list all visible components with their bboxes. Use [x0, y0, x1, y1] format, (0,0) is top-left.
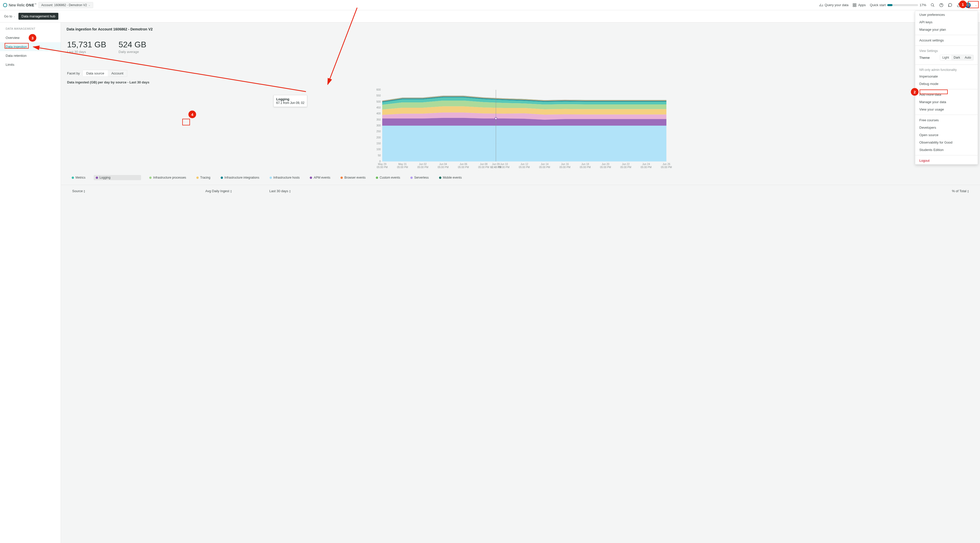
legend-label: Custom events [380, 176, 400, 179]
account-selector[interactable]: Account: 1606862 - Demotron V2 ⌄ [38, 2, 93, 8]
legend-item[interactable]: Mobile events [437, 175, 464, 180]
legend-item[interactable]: Tracing [194, 175, 213, 180]
legend-item[interactable]: Metrics [70, 175, 88, 180]
facet-label: Facet by [67, 71, 80, 75]
menu-free-courses[interactable]: Free courses [915, 116, 978, 124]
help-icon[interactable] [939, 3, 943, 8]
svg-text:05:00 PM: 05:00 PM [600, 166, 611, 168]
quickstart-link[interactable]: Quick start 17% [870, 3, 926, 7]
menu-api-keys[interactable]: API keys [915, 18, 978, 26]
legend-item[interactable]: Custom events [374, 175, 402, 180]
sidebar-title: DATA MANAGEMENT [0, 27, 60, 33]
menu-open-source[interactable]: Open source [915, 131, 978, 139]
apps-label: Apps [858, 3, 866, 7]
sidebar-item-data-retention[interactable]: Data retention [0, 51, 60, 60]
svg-rect-2 [853, 5, 854, 6]
sidebar-item-data-ingestion[interactable]: Data ingestion [0, 42, 60, 51]
menu-user-preferences[interactable]: User preferences [915, 11, 978, 18]
menu-developers[interactable]: Developers [915, 124, 978, 131]
svg-text:05:00 PM: 05:00 PM [438, 166, 449, 168]
top-bar: New Relic ONE™ Account: 1606862 - Demotr… [0, 0, 980, 10]
menu-manage-plan[interactable]: Manage your plan [915, 26, 978, 33]
legend-item[interactable]: Infrastructure hosts [267, 175, 302, 180]
feedback-icon[interactable] [948, 3, 952, 8]
svg-text:05:00 PM: 05:00 PM [641, 166, 652, 168]
theme-auto[interactable]: Auto [963, 55, 974, 60]
svg-text:05:00 PM: 05:00 PM [377, 166, 388, 168]
legend-item[interactable]: Browser events [339, 175, 368, 180]
menu-logout[interactable]: Logout [915, 157, 978, 164]
th-last-30[interactable]: Last 30 days▴▾ [269, 189, 326, 193]
svg-text:05:00 PM: 05:00 PM [620, 166, 631, 168]
page-title: Data ingestion for Account 1606862 - Dem… [61, 22, 980, 35]
svg-text:05:00 PM: 05:00 PM [417, 166, 428, 168]
chevron-down-icon: ⌄ [13, 15, 15, 17]
menu-view-usage[interactable]: View your usage [915, 106, 978, 113]
theme-dark[interactable]: Dark [951, 55, 963, 60]
svg-text:05:00 PM: 05:00 PM [539, 166, 550, 168]
svg-point-4 [931, 3, 934, 6]
svg-text:05:00 PM: 05:00 PM [397, 166, 408, 168]
facet-account[interactable]: Account [108, 70, 127, 76]
legend-item[interactable]: Serverless [408, 175, 431, 180]
sort-icon: ▴▾ [84, 189, 85, 193]
svg-text:Jun 02: Jun 02 [419, 163, 427, 165]
svg-text:Jun 10: Jun 10 [500, 163, 508, 165]
goto-dropdown[interactable]: Go to ⌄ [4, 14, 15, 18]
svg-text:0: 0 [379, 160, 381, 163]
th-pct-total[interactable]: % of Total▴▾ [952, 189, 969, 193]
legend-dot-icon [340, 176, 343, 179]
theme-light[interactable]: Light [940, 55, 951, 60]
svg-text:50: 50 [378, 154, 381, 157]
legend-item[interactable]: Infrastructure integrations [219, 175, 261, 180]
svg-text:Jun 22: Jun 22 [622, 163, 630, 165]
stat-avg-value: 524 GB [119, 40, 146, 49]
chart-title: Data ingested (GB) per day by source - L… [61, 80, 980, 87]
svg-rect-0 [853, 3, 854, 5]
menu-debug[interactable]: Debug mode [915, 80, 978, 87]
menu-students[interactable]: Students Edition [915, 146, 978, 154]
svg-text:02:43 PM: 02:43 PM [490, 166, 501, 168]
menu-add-data[interactable]: Add more data [915, 91, 978, 98]
svg-text:150: 150 [376, 142, 381, 145]
sidebar-item-limits[interactable]: Limits [0, 60, 60, 69]
chart-legend: MetricsLoggingInfrastructure processesTr… [61, 173, 980, 184]
legend-label: Infrastructure processes [153, 176, 186, 179]
user-avatar-button[interactable] [965, 2, 971, 8]
svg-text:350: 350 [376, 118, 381, 121]
facet-data-source[interactable]: Data source [83, 70, 108, 76]
menu-observability-good[interactable]: Observability for Good [915, 139, 978, 146]
apps-link[interactable]: Apps [853, 3, 866, 7]
stat-avg: 524 GB Daily average [119, 40, 146, 54]
legend-item[interactable]: Infrastructure processes [147, 175, 188, 180]
search-icon[interactable] [930, 3, 935, 8]
menu-account-settings[interactable]: Account settings [915, 37, 978, 44]
th-source[interactable]: Source▴▾ [72, 189, 205, 193]
menu-impersonate[interactable]: Impersonate [915, 73, 978, 80]
svg-text:450: 450 [376, 106, 381, 109]
svg-text:05:00 PM: 05:00 PM [458, 166, 469, 168]
sidebar-item-overview[interactable]: Overview [0, 33, 60, 42]
area-chart[interactable]: 050100150200250300350400450500550600May … [67, 87, 974, 172]
svg-text:Jun 09: Jun 09 [492, 163, 500, 165]
legend-item[interactable]: APM events [308, 175, 332, 180]
account-label: Account: 1606862 - Demotron V2 [41, 3, 87, 7]
svg-text:May 31: May 31 [398, 163, 407, 165]
svg-text:Jun 26: Jun 26 [663, 163, 670, 165]
sort-icon: ▴▾ [231, 189, 232, 193]
stat-total-value: 15,731 GB [67, 40, 106, 49]
svg-text:550: 550 [376, 94, 381, 97]
share-icon[interactable] [956, 3, 961, 8]
brand-logo[interactable]: New Relic ONE™ [3, 3, 37, 7]
query-data-link[interactable]: Query your data [819, 3, 848, 7]
legend-label: APM events [313, 176, 330, 179]
menu-manage-data[interactable]: Manage your data [915, 98, 978, 106]
legend-item[interactable]: Logging [94, 175, 141, 180]
legend-label: Tracing [200, 176, 210, 179]
svg-text:05:00 PM: 05:00 PM [519, 166, 530, 168]
menu-theme-row: Theme Light Dark Auto [915, 54, 978, 63]
sidebar: DATA MANAGEMENT Overview Data ingestion … [0, 22, 61, 543]
th-avg-daily[interactable]: Avg Daily Ingest▴▾ [205, 189, 269, 193]
svg-rect-1 [855, 3, 856, 5]
brand-tm: ™ [34, 3, 37, 5]
